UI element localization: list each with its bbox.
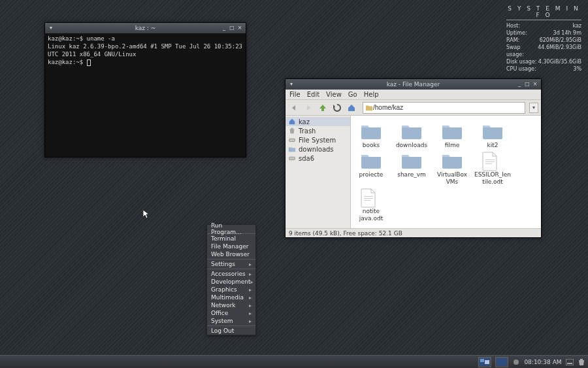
minimize-button[interactable]: _ <box>221 25 227 31</box>
folder-icon <box>288 145 296 153</box>
filemanager-titlebar[interactable]: ▾ kaz - File Manager _ □ × <box>286 79 541 90</box>
menu-item[interactable]: Development▸ <box>207 278 255 286</box>
file-label: share_vm <box>397 171 426 178</box>
file-item[interactable]: ESSILOR_lentile.odt <box>472 150 513 187</box>
menu-item[interactable]: System▸ <box>207 317 255 325</box>
file-label: proiecte <box>359 171 384 178</box>
folder-icon <box>441 152 463 170</box>
home-button[interactable] <box>346 102 357 114</box>
terminal-title: kaz : ~ <box>74 25 217 31</box>
menu-item[interactable]: Terminal <box>207 235 255 243</box>
menu-go[interactable]: Go <box>348 91 357 98</box>
system-info-title: S Y S T E M I N F O <box>506 5 581 20</box>
svg-rect-2 <box>485 159 495 160</box>
folder-icon <box>400 122 423 141</box>
submenu-arrow-icon: ▸ <box>249 295 252 301</box>
menu-file[interactable]: File <box>289 91 301 98</box>
folder-icon <box>360 152 382 170</box>
menu-edit[interactable]: Edit <box>307 91 319 98</box>
filemanager-statusbar: 9 items (49.5 kB), Free space: 52.1 GB <box>286 228 541 237</box>
folder-item[interactable]: VirtualBox VMs <box>432 150 472 187</box>
terminal-content[interactable]: kaz@kaz:~$ uname -a Linux kaz 2.6.39-bpo… <box>45 33 246 157</box>
svg-rect-0 <box>289 139 295 141</box>
file-label: books <box>363 142 380 149</box>
terminal-command: uname -a <box>87 35 115 42</box>
menu-view[interactable]: View <box>326 91 342 98</box>
sidebar-item-downloads[interactable]: downloads <box>286 144 350 154</box>
menu-separator <box>207 259 255 259</box>
svg-rect-1 <box>289 157 295 159</box>
mouse-cursor-icon <box>143 210 150 219</box>
trash-tray-icon[interactable] <box>578 358 585 366</box>
tray-icon[interactable] <box>512 358 520 366</box>
svg-rect-7 <box>364 200 370 201</box>
sysinfo-row: Uptime:3d 14h 9m <box>506 29 581 37</box>
terminal-window[interactable]: ▾ kaz : ~ _ □ × kaz@kaz:~$ uname -a Linu… <box>44 22 246 158</box>
location-bar[interactable] <box>363 102 525 114</box>
maximize-button[interactable]: □ <box>524 81 531 88</box>
menu-item[interactable]: Run Program... <box>207 225 255 233</box>
folder-item[interactable]: books <box>351 121 391 150</box>
sidebar-item-home[interactable]: kaz <box>286 117 350 126</box>
file-label: notite java.odt <box>352 208 390 222</box>
file-manager-window[interactable]: ▾ kaz - File Manager _ □ × File Edit Vie… <box>285 78 542 238</box>
svg-rect-13 <box>566 359 574 365</box>
forward-button[interactable] <box>302 102 314 114</box>
sidebar-item-filesystem[interactable]: File System <box>286 135 350 144</box>
menu-item[interactable]: Accessories▸ <box>207 270 255 278</box>
minimize-button[interactable]: _ <box>516 81 523 88</box>
submenu-arrow-icon: ▸ <box>249 261 252 267</box>
file-label: filme <box>445 142 459 149</box>
location-dropdown[interactable]: ▾ <box>529 103 538 113</box>
reload-button[interactable] <box>331 102 343 114</box>
menu-item[interactable]: Network▸ <box>207 301 255 309</box>
up-button[interactable] <box>317 102 329 114</box>
menu-item[interactable]: Office▸ <box>207 309 255 317</box>
filemanager-content[interactable]: booksdownloadsfilmekit2proiecteshare_vmV… <box>351 116 541 228</box>
folder-item[interactable]: filme <box>432 121 472 150</box>
sysinfo-row: CPU usage:3% <box>506 65 581 73</box>
back-button[interactable] <box>288 102 300 114</box>
menu-item[interactable]: Multimedia▸ <box>207 293 255 301</box>
menu-help[interactable]: Help <box>364 91 379 98</box>
file-item[interactable]: notite java.odt <box>351 187 391 224</box>
window-menu-button[interactable]: ▾ <box>48 25 54 31</box>
window-menu-button[interactable]: ▾ <box>288 81 295 88</box>
close-button[interactable]: × <box>532 81 538 88</box>
workspace-switcher-1[interactable] <box>478 357 491 367</box>
menu-item[interactable]: Graphics▸ <box>207 286 255 293</box>
file-label: downloads <box>396 142 427 149</box>
folder-item[interactable]: proiecte <box>351 150 391 187</box>
svg-rect-5 <box>364 196 373 197</box>
close-button[interactable]: × <box>237 25 243 31</box>
sysinfo-row: Host:kaz <box>506 22 581 29</box>
sysinfo-row: Swap usage:44.6MiB/2.93GiB <box>506 44 581 58</box>
folder-item[interactable]: downloads <box>391 121 432 150</box>
workspace-switcher-2[interactable] <box>495 357 508 367</box>
sidebar-item-sda6[interactable]: sda6 <box>286 154 350 163</box>
svg-point-12 <box>514 360 519 365</box>
folder-icon <box>360 122 382 141</box>
terminal-output: Linux kaz 2.6.39-bpo.2-amd64 #1 SMP Tue … <box>48 43 246 58</box>
terminal-titlebar[interactable]: ▾ kaz : ~ _ □ × <box>45 23 246 33</box>
folder-item[interactable]: share_vm <box>391 150 432 187</box>
svg-rect-3 <box>485 161 495 162</box>
maximize-button[interactable]: □ <box>229 25 235 31</box>
submenu-arrow-icon: ▸ <box>249 303 252 309</box>
submenu-arrow-icon: ▸ <box>249 271 252 277</box>
sidebar-item-trash[interactable]: Trash <box>286 126 350 135</box>
menu-item[interactable]: File Manager <box>207 243 255 250</box>
clock[interactable]: 08:10:38 AM <box>524 359 562 365</box>
filemanager-menubar: File Edit View Go Help <box>286 90 541 100</box>
folder-icon <box>482 122 504 141</box>
menu-item[interactable]: Web Browser <box>207 250 255 258</box>
location-input[interactable] <box>373 104 523 111</box>
menu-item[interactable]: Log Out <box>207 327 255 335</box>
svg-rect-9 <box>480 359 484 362</box>
drive-icon <box>288 154 296 162</box>
desktop-context-menu[interactable]: Run Program...TerminalFile ManagerWeb Br… <box>206 224 256 335</box>
filemanager-toolbar: ▾ <box>286 100 541 116</box>
show-desktop-icon[interactable] <box>566 358 574 366</box>
folder-item[interactable]: kit2 <box>472 121 513 150</box>
menu-item[interactable]: Settings▸ <box>207 260 255 268</box>
